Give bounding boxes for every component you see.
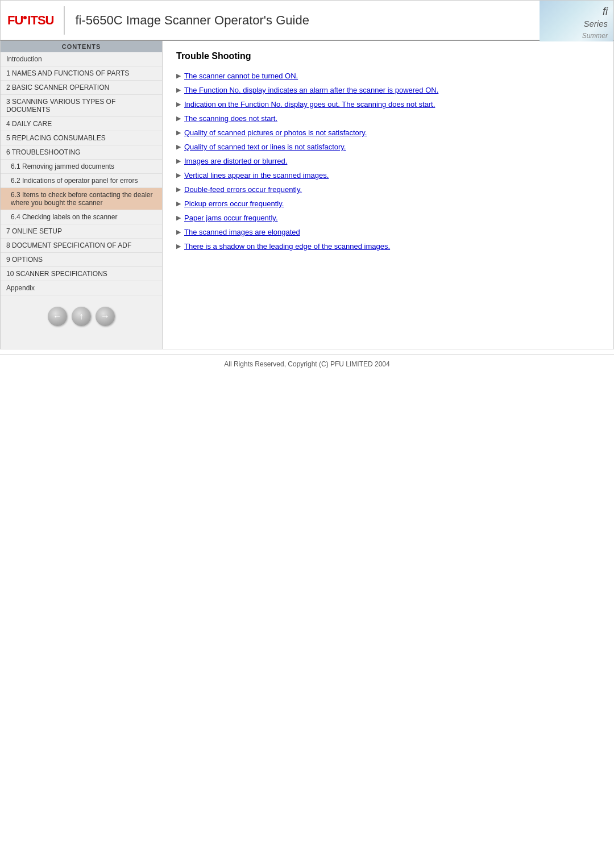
content-link-link9[interactable]: Double-feed errors occur frequently. [184, 185, 302, 194]
list-item: ▶Pickup errors occur frequently. [176, 199, 600, 208]
list-bullet: ▶ [176, 129, 181, 136]
content-link-link13[interactable]: There is a shadow on the leading edge of… [184, 242, 390, 251]
sidebar-nav-buttons: ← ↑ → [1, 295, 162, 337]
nav-back-button[interactable]: ← [48, 307, 67, 326]
list-item: ▶There is a shadow on the leading edge o… [176, 242, 600, 251]
list-item: ▶The scanner cannot be turned ON. [176, 72, 600, 80]
page-footer: All Rights Reserved, Copyright (C) PFU L… [0, 354, 614, 374]
list-item: ▶Images are distorted or blurred. [176, 157, 600, 165]
list-item: ▶Quality of scanned pictures or photos i… [176, 128, 600, 137]
content-link-link2[interactable]: The Function No. display indicates an al… [184, 86, 438, 94]
sidebar-item-ch6-1[interactable]: 6.1 Removing jammed documents [1, 160, 162, 174]
list-item: ▶Quality of scanned text or lines is not… [176, 143, 600, 151]
content-link-link8[interactable]: Vertical lines appear in the scanned ima… [184, 171, 329, 180]
content-link-link7[interactable]: Images are distorted or blurred. [184, 157, 287, 165]
sidebar-item-ch6[interactable]: 6 TROUBLESHOOTING [1, 145, 162, 160]
sidebar-item-ch6-3[interactable]: 6.3 Items to check before contacting the… [1, 188, 162, 210]
sidebar-item-ch3[interactable]: 3 SCANNING VARIOUS TYPES OF DOCUMENTS [1, 95, 162, 117]
content-link-link11[interactable]: Paper jams occur frequently. [184, 214, 278, 222]
sidebar-items-container: Introduction1 NAMES AND FUNCTIONS OF PAR… [1, 52, 162, 295]
list-item: ▶Paper jams occur frequently. [176, 214, 600, 222]
fujitsu-logo: FUITSU [7, 13, 53, 28]
content-link-link5[interactable]: Quality of scanned pictures or photos is… [184, 128, 367, 137]
content-link-link6[interactable]: Quality of scanned text or lines is not … [184, 143, 346, 151]
list-item: ▶The Function No. display indicates an a… [176, 86, 600, 94]
page-title: fi-5650C Image Scanner Operator's Guide [75, 13, 607, 28]
sidebar-item-ch8[interactable]: 8 DOCUMENT SPECIFICATION OF ADF [1, 239, 162, 253]
content-title: Trouble Shooting [176, 51, 600, 61]
list-bullet: ▶ [176, 115, 181, 122]
list-bullet: ▶ [176, 86, 181, 94]
list-item: ▶The scanned images are elongated [176, 228, 600, 236]
footer-text: All Rights Reserved, Copyright (C) PFU L… [224, 360, 389, 368]
list-item: ▶Vertical lines appear in the scanned im… [176, 171, 600, 180]
list-item: ▶Double-feed errors occur frequently. [176, 185, 600, 194]
content-area: Trouble Shooting ▶The scanner cannot be … [163, 41, 613, 349]
list-bullet: ▶ [176, 157, 181, 165]
sidebar-item-introduction[interactable]: Introduction [1, 52, 162, 66]
list-bullet: ▶ [176, 186, 181, 193]
nav-forward-button[interactable]: → [96, 307, 115, 326]
content-link-link1[interactable]: The scanner cannot be turned ON. [184, 72, 298, 80]
sidebar-item-ch6-2[interactable]: 6.2 Indications of operator panel for er… [1, 174, 162, 188]
sidebar-item-ch5[interactable]: 5 REPLACING CONSUMABLES [1, 131, 162, 145]
sidebar-item-ch4[interactable]: 4 DAILY CARE [1, 117, 162, 131]
sidebar-item-ch7[interactable]: 7 ONLINE SETUP [1, 224, 162, 239]
summer-label: Summer [582, 32, 608, 40]
sidebar-item-ch1[interactable]: 1 NAMES AND FUNCTIONS OF PARTS [1, 66, 162, 81]
series-label: Series [583, 19, 608, 28]
nav-up-button[interactable]: ↑ [72, 307, 91, 326]
fi-logo: fi [603, 6, 608, 17]
list-bullet: ▶ [176, 143, 181, 151]
list-bullet: ▶ [176, 228, 181, 236]
content-link-link12[interactable]: The scanned images are elongated [184, 228, 300, 236]
content-link-link10[interactable]: Pickup errors occur frequently. [184, 199, 284, 208]
list-item: ▶The scanning does not start. [176, 114, 600, 123]
list-item: ▶Indication on the Function No. display … [176, 100, 600, 108]
content-link-link4[interactable]: The scanning does not start. [184, 114, 277, 123]
logo-area: FUITSU [7, 6, 65, 35]
content-link-link3[interactable]: Indication on the Function No. display g… [184, 100, 435, 108]
page-header: FUITSU fi-5650C Image Scanner Operator's… [0, 0, 614, 41]
list-bullet: ▶ [176, 214, 181, 222]
sidebar-contents-label: CONTENTS [1, 41, 162, 52]
list-bullet: ▶ [176, 200, 181, 207]
sidebar-item-appendix[interactable]: Appendix [1, 281, 162, 295]
fi-series-badge: fi Series Summer [540, 1, 613, 41]
fi-series-text: fi Series Summer [582, 5, 608, 40]
sidebar-item-ch10[interactable]: 10 SCANNER SPECIFICATIONS [1, 267, 162, 281]
list-bullet: ▶ [176, 101, 181, 108]
list-bullet: ▶ [176, 172, 181, 179]
main-container: CONTENTS Introduction1 NAMES AND FUNCTIO… [0, 41, 614, 349]
sidebar: CONTENTS Introduction1 NAMES AND FUNCTIO… [1, 41, 163, 349]
sidebar-item-ch2[interactable]: 2 BASIC SCANNER OPERATION [1, 81, 162, 95]
list-bullet: ▶ [176, 72, 181, 80]
sidebar-item-ch9[interactable]: 9 OPTIONS [1, 253, 162, 267]
list-bullet: ▶ [176, 243, 181, 250]
content-links-list: ▶The scanner cannot be turned ON.▶The Fu… [176, 72, 600, 251]
sidebar-item-ch6-4[interactable]: 6.4 Checking labels on the scanner [1, 210, 162, 224]
